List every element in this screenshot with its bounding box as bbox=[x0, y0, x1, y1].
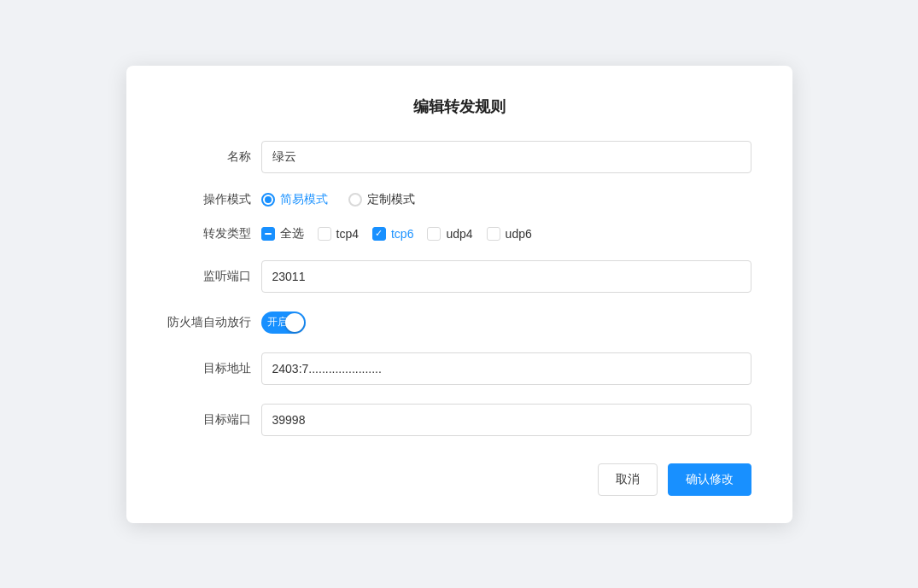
mode-label: 操作模式 bbox=[167, 192, 261, 207]
target-addr-input[interactable] bbox=[261, 352, 751, 385]
type-all-label: 全选 bbox=[280, 226, 304, 242]
target-port-label: 目标端口 bbox=[167, 412, 261, 428]
edit-forward-rule-dialog: 编辑转发规则 名称 操作模式 简易模式 定制模式 转发类型 全选 bbox=[126, 66, 792, 523]
cancel-button[interactable]: 取消 bbox=[598, 463, 658, 496]
type-tcp6-option[interactable]: tcp6 bbox=[372, 227, 413, 241]
type-label: 转发类型 bbox=[167, 226, 261, 242]
mode-simple-label: 简易模式 bbox=[280, 192, 328, 207]
name-row: 名称 bbox=[167, 141, 751, 173]
target-addr-row: 目标地址 bbox=[167, 352, 751, 385]
toggle-thumb bbox=[285, 313, 304, 332]
port-label: 监听端口 bbox=[167, 269, 261, 284]
type-tcp4-label: tcp4 bbox=[336, 227, 359, 241]
confirm-button[interactable]: 确认修改 bbox=[668, 463, 751, 496]
type-tcp6-label: tcp6 bbox=[391, 227, 413, 241]
port-input[interactable] bbox=[261, 260, 751, 293]
firewall-control: 开启 bbox=[261, 311, 751, 334]
target-addr-label: 目标地址 bbox=[167, 361, 261, 376]
type-tcp4-option[interactable]: tcp4 bbox=[318, 227, 359, 241]
mode-control: 简易模式 定制模式 bbox=[261, 192, 751, 207]
type-udp6-option[interactable]: udp6 bbox=[487, 227, 532, 241]
target-port-control bbox=[261, 404, 751, 436]
toggle-on-text: 开启 bbox=[267, 315, 288, 329]
mode-simple-option[interactable]: 简易模式 bbox=[261, 192, 328, 207]
dialog-title: 编辑转发规则 bbox=[167, 96, 751, 117]
firewall-toggle[interactable]: 开启 bbox=[261, 311, 306, 334]
target-addr-control bbox=[261, 352, 751, 385]
mode-row: 操作模式 简易模式 定制模式 bbox=[167, 192, 751, 207]
target-port-input[interactable] bbox=[261, 404, 751, 436]
type-all-checkbox bbox=[261, 227, 275, 241]
mode-custom-option[interactable]: 定制模式 bbox=[348, 192, 415, 207]
type-udp4-checkbox bbox=[427, 227, 441, 241]
type-udp4-option[interactable]: udp4 bbox=[427, 227, 472, 241]
port-control bbox=[261, 260, 751, 293]
dialog-footer: 取消 确认修改 bbox=[167, 463, 751, 496]
type-control: 全选 tcp4 tcp6 udp4 udp6 bbox=[261, 226, 751, 242]
mode-custom-radio bbox=[348, 193, 362, 207]
name-label: 名称 bbox=[167, 149, 261, 165]
type-tcp4-checkbox bbox=[318, 227, 331, 241]
firewall-row: 防火墙自动放行 开启 bbox=[167, 311, 751, 334]
name-input[interactable] bbox=[261, 141, 751, 173]
type-udp6-label: udp6 bbox=[506, 227, 532, 241]
port-row: 监听端口 bbox=[167, 260, 751, 293]
name-control bbox=[261, 141, 751, 173]
type-udp4-label: udp4 bbox=[446, 227, 472, 241]
mode-custom-label: 定制模式 bbox=[367, 192, 415, 207]
type-tcp6-checkbox bbox=[372, 227, 386, 241]
toggle-track: 开启 bbox=[261, 311, 306, 334]
target-port-row: 目标端口 bbox=[167, 404, 751, 436]
type-udp6-checkbox bbox=[487, 227, 500, 241]
type-row: 转发类型 全选 tcp4 tcp6 udp4 udp6 bbox=[167, 226, 751, 242]
firewall-label: 防火墙自动放行 bbox=[167, 315, 261, 330]
mode-simple-radio bbox=[261, 193, 275, 207]
type-all-option[interactable]: 全选 bbox=[261, 226, 304, 242]
